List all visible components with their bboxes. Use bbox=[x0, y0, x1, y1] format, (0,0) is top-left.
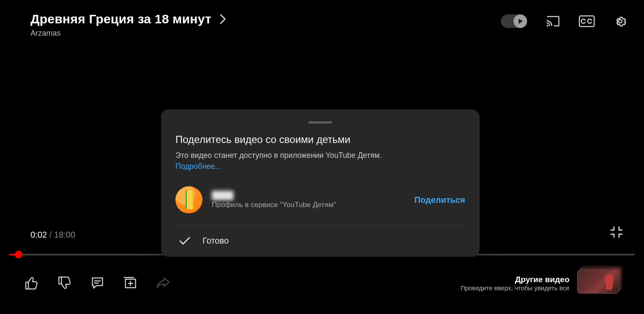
learn-more-link[interactable]: Подробнее... bbox=[175, 162, 221, 171]
done-label: Готово bbox=[203, 236, 229, 246]
chevron-right-icon bbox=[219, 13, 227, 25]
duration: 18:00 bbox=[54, 230, 75, 239]
bottom-controls: Другие видео Проведите вверх, чтобы увид… bbox=[25, 270, 619, 296]
like-icon[interactable] bbox=[25, 276, 39, 290]
thumbnail-stack-icon bbox=[577, 270, 619, 296]
kids-profile-subtitle: Профиль в сервисе "YouTube Детям" bbox=[212, 201, 405, 209]
cast-icon[interactable] bbox=[546, 15, 560, 27]
sheet-description: Это видео станет доступно в приложении Y… bbox=[175, 150, 465, 172]
more-videos-subtitle: Проведите вверх, чтобы увидеть все bbox=[461, 284, 569, 292]
share-kids-sheet: Поделитесь видео со своими детьми Это ви… bbox=[161, 109, 480, 257]
time-display: 0:02 / 18:00 bbox=[31, 230, 75, 240]
comments-icon[interactable] bbox=[91, 276, 104, 290]
play-icon bbox=[514, 14, 527, 28]
share-icon[interactable] bbox=[156, 277, 170, 289]
done-button[interactable]: Готово bbox=[175, 226, 465, 257]
dislike-icon[interactable] bbox=[58, 276, 72, 290]
channel-name[interactable]: Arzamas bbox=[31, 29, 227, 38]
autoplay-toggle[interactable] bbox=[501, 14, 527, 28]
sheet-title: Поделитесь видео со своими детьми bbox=[175, 134, 465, 146]
settings-gear-icon[interactable] bbox=[613, 14, 627, 28]
kids-profile-row: ████ Профиль в сервисе "YouTube Детям" П… bbox=[175, 186, 465, 226]
svg-point-0 bbox=[547, 25, 549, 27]
seek-thumb[interactable] bbox=[15, 251, 22, 258]
left-action-row bbox=[25, 276, 170, 290]
player-header: Древняя Греция за 18 минут Arzamas bbox=[31, 12, 627, 38]
share-with-kid-button[interactable]: Поделиться bbox=[414, 195, 465, 205]
video-title-row[interactable]: Древняя Греция за 18 минут bbox=[31, 12, 227, 26]
title-block: Древняя Греция за 18 минут Arzamas bbox=[31, 12, 227, 38]
check-icon bbox=[179, 236, 191, 246]
sheet-drag-handle[interactable] bbox=[308, 121, 332, 123]
more-videos-text: Другие видео Проведите вверх, чтобы увид… bbox=[461, 275, 569, 292]
exit-fullscreen-icon[interactable] bbox=[610, 226, 623, 238]
kids-profile-name: ████ bbox=[212, 191, 405, 200]
kids-avatar-icon bbox=[175, 186, 203, 213]
header-actions bbox=[501, 12, 627, 28]
video-title: Древняя Греция за 18 минут bbox=[31, 12, 211, 26]
save-playlist-icon[interactable] bbox=[123, 277, 137, 289]
more-videos-title: Другие видео bbox=[461, 275, 569, 284]
more-videos-button[interactable]: Другие видео Проведите вверх, чтобы увид… bbox=[461, 270, 619, 296]
current-time: 0:02 bbox=[31, 230, 47, 239]
captions-icon[interactable] bbox=[579, 15, 595, 27]
kids-profile-info: ████ Профиль в сервисе "YouTube Детям" bbox=[212, 191, 405, 209]
